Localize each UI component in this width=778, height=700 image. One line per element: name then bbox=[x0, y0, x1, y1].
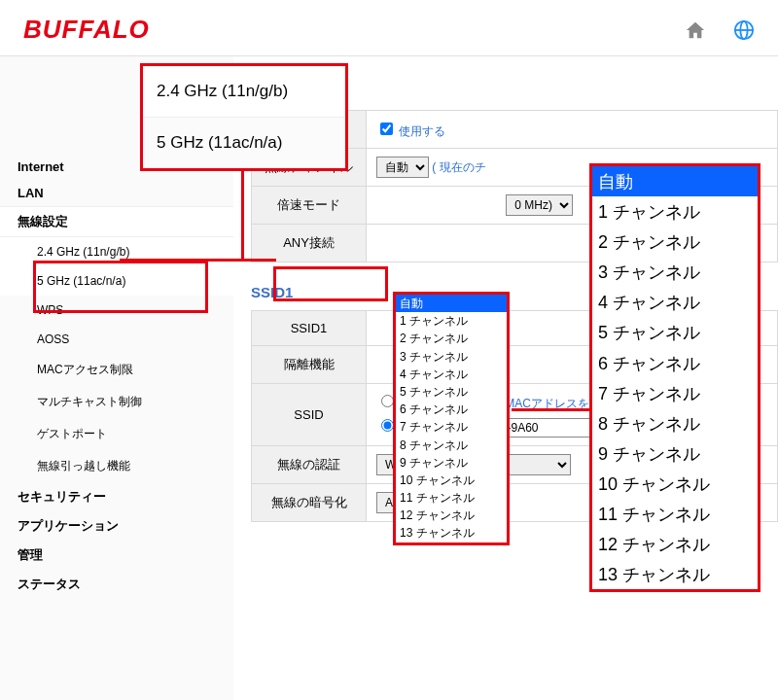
wireless-use-label: 使用する bbox=[399, 124, 445, 138]
biglist-ch6: 6 チャンネル bbox=[592, 348, 758, 378]
row-ssid1-label: SSID1 bbox=[252, 311, 367, 346]
callout-sidebar-bands bbox=[33, 261, 208, 313]
dropdown-ch10[interactable]: 10 チャンネル bbox=[396, 472, 507, 489]
biglist-ch13: 13 チャンネル bbox=[592, 559, 758, 589]
fastmode-select[interactable]: 0 MHz) bbox=[506, 194, 573, 216]
biglist-ch1: 1 チャンネル bbox=[592, 196, 758, 227]
dropdown-ch6[interactable]: 6 チャンネル bbox=[396, 401, 507, 418]
nav-wireless[interactable]: 無線設定 bbox=[0, 206, 233, 237]
connector-line-4 bbox=[512, 408, 589, 411]
dropdown-ch2[interactable]: 2 チャンネル bbox=[396, 330, 507, 347]
dropdown-ch12[interactable]: 12 チャンネル bbox=[396, 507, 507, 524]
nav-status[interactable]: ステータス bbox=[0, 570, 233, 599]
callout-channel-label bbox=[273, 266, 388, 301]
biglist-ch8: 8 チャンネル bbox=[592, 408, 758, 438]
nav-mac[interactable]: MACアクセス制限 bbox=[0, 354, 233, 386]
nav-aoss[interactable]: AOSS bbox=[0, 325, 233, 354]
dropdown-auto[interactable]: 自動 bbox=[396, 295, 507, 312]
biglist-ch9: 9 チャンネル bbox=[592, 438, 758, 469]
dropdown-ch3[interactable]: 3 チャンネル bbox=[396, 348, 507, 366]
callout-channel-dropdown: 自動 1 チャンネル 2 チャンネル 3 チャンネル 4 チャンネル 5 チャン… bbox=[393, 292, 510, 545]
row-fastmode-label: 倍速モード bbox=[252, 187, 367, 225]
nav-application[interactable]: アプリケーション bbox=[0, 511, 233, 541]
biglist-ch5: 5 チャンネル bbox=[592, 317, 758, 347]
callout-channel-list-large: 自動 1 チャンネル 2 チャンネル 3 チャンネル 4 チャンネル 5 チャン… bbox=[589, 163, 760, 592]
dropdown-ch13[interactable]: 13 チャンネル bbox=[396, 524, 507, 542]
biglist-ch11: 11 チャンネル bbox=[592, 499, 758, 529]
dropdown-ch8[interactable]: 8 チャンネル bbox=[396, 437, 507, 454]
dropdown-ch9[interactable]: 9 チャンネル bbox=[396, 454, 507, 472]
current-channel-text: ( 現在のチ bbox=[432, 160, 485, 174]
header: BUFFALO bbox=[0, 0, 778, 56]
wireless-enable-checkbox[interactable] bbox=[380, 122, 393, 135]
connector-line-3 bbox=[241, 259, 276, 262]
biglist-ch2: 2 チャンネル bbox=[592, 227, 758, 257]
nav-multicast[interactable]: マルチキャスト制御 bbox=[0, 386, 233, 418]
channel-select[interactable]: 自動 bbox=[376, 157, 429, 178]
dropdown-ch11[interactable]: 11 チャンネル bbox=[396, 489, 507, 507]
globe-icon[interactable] bbox=[733, 19, 755, 41]
dropdown-ch4[interactable]: 4 チャンネル bbox=[396, 366, 507, 383]
row-encrypt-label: 無線の暗号化 bbox=[252, 484, 367, 522]
biglist-ch7: 7 チャンネル bbox=[592, 378, 758, 408]
dropdown-ch7[interactable]: 7 チャンネル bbox=[396, 418, 507, 436]
biglist-ch4: 4 チャンネル bbox=[592, 287, 758, 317]
nav-admin[interactable]: 管理 bbox=[0, 541, 233, 570]
brand-logo: BUFFALO bbox=[23, 15, 150, 45]
row-any-label: ANY接続 bbox=[252, 225, 367, 262]
biglist-ch10: 10 チャンネル bbox=[592, 469, 758, 499]
nav-lan[interactable]: LAN bbox=[0, 180, 233, 206]
row-ssid-label: SSID bbox=[252, 384, 367, 446]
callout-freq-24: 2.4 GHz (11n/g/b) bbox=[143, 66, 345, 118]
callout-frequency-box: 2.4 GHz (11n/g/b) 5 GHz (11ac/n/a) bbox=[140, 63, 348, 171]
biglist-ch12: 12 チャンネル bbox=[592, 529, 758, 559]
dropdown-ch5[interactable]: 5 チャンネル bbox=[396, 383, 507, 401]
row-wireless-func-value: 使用する bbox=[367, 111, 778, 149]
biglist-ch3: 3 チャンネル bbox=[592, 257, 758, 287]
nav-move[interactable]: 無線引っ越し機能 bbox=[0, 450, 233, 482]
dropdown-ch1[interactable]: 1 チャンネル bbox=[396, 312, 507, 330]
row-auth-label: 無線の認証 bbox=[252, 446, 367, 484]
nav-security[interactable]: セキュリティー bbox=[0, 482, 233, 511]
callout-freq-5: 5 GHz (11ac/n/a) bbox=[143, 118, 345, 168]
nav-guest[interactable]: ゲストポート bbox=[0, 418, 233, 450]
biglist-auto: 自動 bbox=[592, 166, 758, 196]
row-isolation-label: 隔離機能 bbox=[252, 346, 367, 384]
home-icon[interactable] bbox=[685, 20, 706, 40]
